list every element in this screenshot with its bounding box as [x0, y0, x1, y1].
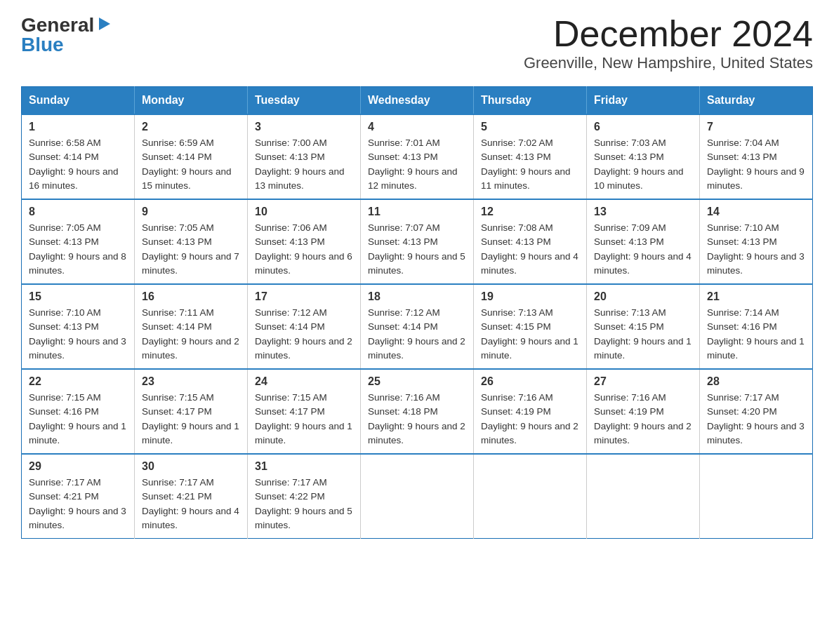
daylight-label: Daylight: 9 hours and 7 minutes.: [142, 251, 239, 276]
sunrise-label: Sunrise: 7:08 AM: [481, 222, 553, 233]
daylight-label: Daylight: 9 hours and 5 minutes.: [255, 506, 352, 530]
sunset-label: Sunset: 4:21 PM: [29, 491, 99, 502]
calendar-cell: 3 Sunrise: 7:00 AM Sunset: 4:13 PM Dayli…: [248, 114, 361, 199]
sunset-label: Sunset: 4:16 PM: [707, 321, 777, 332]
sunrise-label: Sunrise: 7:16 AM: [368, 392, 440, 403]
sunrise-label: Sunrise: 7:03 AM: [594, 137, 666, 148]
daylight-label: Daylight: 9 hours and 2 minutes.: [142, 336, 239, 361]
weekday-header-monday: Monday: [135, 87, 248, 115]
day-info: Sunrise: 7:16 AM Sunset: 4:19 PM Dayligh…: [594, 391, 692, 448]
sunset-label: Sunset: 4:13 PM: [29, 321, 99, 332]
sunrise-label: Sunrise: 7:17 AM: [255, 477, 327, 488]
calendar-cell: [700, 454, 813, 539]
sunset-label: Sunset: 4:20 PM: [707, 406, 777, 417]
day-info: Sunrise: 7:06 AM Sunset: 4:13 PM Dayligh…: [255, 221, 353, 278]
daylight-label: Daylight: 9 hours and 2 minutes.: [368, 336, 465, 361]
day-number: 21: [707, 290, 805, 303]
day-info: Sunrise: 7:07 AM Sunset: 4:13 PM Dayligh…: [368, 221, 466, 278]
sunset-label: Sunset: 4:13 PM: [707, 236, 777, 247]
day-info: Sunrise: 7:13 AM Sunset: 4:15 PM Dayligh…: [594, 306, 692, 363]
calendar-cell: 5 Sunrise: 7:02 AM Sunset: 4:13 PM Dayli…: [474, 114, 587, 199]
calendar-week-row: 15 Sunrise: 7:10 AM Sunset: 4:13 PM Dayl…: [22, 284, 813, 369]
calendar-cell: [361, 454, 474, 539]
calendar-cell: 7 Sunrise: 7:04 AM Sunset: 4:13 PM Dayli…: [700, 114, 813, 199]
sunset-label: Sunset: 4:13 PM: [255, 236, 325, 247]
sunset-label: Sunset: 4:13 PM: [481, 152, 551, 162]
day-info: Sunrise: 7:01 AM Sunset: 4:13 PM Dayligh…: [368, 136, 466, 193]
calendar-cell: 30 Sunrise: 7:17 AM Sunset: 4:21 PM Dayl…: [135, 454, 248, 539]
day-info: Sunrise: 7:12 AM Sunset: 4:14 PM Dayligh…: [368, 306, 466, 363]
day-info: Sunrise: 7:17 AM Sunset: 4:21 PM Dayligh…: [29, 476, 127, 532]
day-number: 7: [707, 121, 805, 133]
sunrise-label: Sunrise: 7:16 AM: [594, 392, 666, 403]
calendar-header: SundayMondayTuesdayWednesdayThursdayFrid…: [22, 87, 813, 115]
daylight-label: Daylight: 9 hours and 4 minutes.: [481, 251, 578, 276]
sunrise-label: Sunrise: 7:14 AM: [707, 307, 779, 318]
sunset-label: Sunset: 4:14 PM: [29, 152, 99, 162]
logo-blue: Blue: [21, 34, 64, 55]
calendar-cell: 6 Sunrise: 7:03 AM Sunset: 4:13 PM Dayli…: [587, 114, 700, 199]
day-number: 26: [481, 375, 579, 388]
sunset-label: Sunset: 4:16 PM: [29, 406, 99, 417]
sunset-label: Sunset: 4:21 PM: [142, 491, 212, 502]
calendar-table: SundayMondayTuesdayWednesdayThursdayFrid…: [21, 86, 813, 539]
day-number: 18: [368, 290, 466, 303]
day-number: 31: [255, 460, 353, 473]
calendar-cell: [474, 454, 587, 539]
daylight-label: Daylight: 9 hours and 4 minutes.: [594, 251, 691, 276]
sunrise-label: Sunrise: 7:17 AM: [29, 477, 101, 488]
calendar-cell: 19 Sunrise: 7:13 AM Sunset: 4:15 PM Dayl…: [474, 284, 587, 369]
daylight-label: Daylight: 9 hours and 2 minutes.: [481, 421, 578, 445]
day-info: Sunrise: 7:15 AM Sunset: 4:17 PM Dayligh…: [255, 391, 353, 448]
day-number: 25: [368, 375, 466, 388]
sunrise-label: Sunrise: 7:05 AM: [142, 222, 214, 233]
day-number: 2: [142, 121, 240, 133]
day-info: Sunrise: 7:14 AM Sunset: 4:16 PM Dayligh…: [707, 306, 805, 363]
day-number: 14: [707, 206, 805, 218]
calendar-cell: 12 Sunrise: 7:08 AM Sunset: 4:13 PM Dayl…: [474, 199, 587, 284]
day-info: Sunrise: 7:08 AM Sunset: 4:13 PM Dayligh…: [481, 221, 579, 278]
daylight-label: Daylight: 9 hours and 9 minutes.: [707, 166, 805, 191]
calendar-cell: 28 Sunrise: 7:17 AM Sunset: 4:20 PM Dayl…: [700, 369, 813, 454]
calendar-week-row: 1 Sunrise: 6:58 AM Sunset: 4:14 PM Dayli…: [22, 114, 813, 199]
day-info: Sunrise: 7:13 AM Sunset: 4:15 PM Dayligh…: [481, 306, 579, 363]
day-number: 23: [142, 375, 240, 388]
day-number: 1: [29, 121, 127, 133]
daylight-label: Daylight: 9 hours and 3 minutes.: [707, 251, 805, 276]
sunrise-label: Sunrise: 7:06 AM: [255, 222, 327, 233]
daylight-label: Daylight: 9 hours and 13 minutes.: [255, 166, 345, 191]
day-info: Sunrise: 6:59 AM Sunset: 4:14 PM Dayligh…: [142, 136, 240, 193]
day-info: Sunrise: 6:58 AM Sunset: 4:14 PM Dayligh…: [29, 136, 127, 193]
day-number: 15: [29, 290, 127, 303]
sunset-label: Sunset: 4:15 PM: [594, 321, 664, 332]
sunrise-label: Sunrise: 6:58 AM: [29, 137, 101, 148]
weekday-header-tuesday: Tuesday: [248, 87, 361, 115]
sunset-label: Sunset: 4:14 PM: [255, 321, 325, 332]
daylight-label: Daylight: 9 hours and 3 minutes.: [707, 421, 805, 445]
daylight-label: Daylight: 9 hours and 11 minutes.: [481, 166, 571, 191]
calendar-cell: 18 Sunrise: 7:12 AM Sunset: 4:14 PM Dayl…: [361, 284, 474, 369]
sunset-label: Sunset: 4:13 PM: [368, 152, 438, 162]
sunset-label: Sunset: 4:18 PM: [368, 406, 438, 417]
calendar-cell: [587, 454, 700, 539]
calendar-cell: 10 Sunrise: 7:06 AM Sunset: 4:13 PM Dayl…: [248, 199, 361, 284]
sunset-label: Sunset: 4:17 PM: [255, 406, 325, 417]
sunset-label: Sunset: 4:13 PM: [594, 236, 664, 247]
sunset-label: Sunset: 4:13 PM: [29, 236, 99, 247]
day-number: 28: [707, 375, 805, 388]
calendar-cell: 11 Sunrise: 7:07 AM Sunset: 4:13 PM Dayl…: [361, 199, 474, 284]
calendar-cell: 16 Sunrise: 7:11 AM Sunset: 4:14 PM Dayl…: [135, 284, 248, 369]
daylight-label: Daylight: 9 hours and 3 minutes.: [29, 336, 126, 361]
sunrise-label: Sunrise: 7:13 AM: [481, 307, 553, 318]
day-info: Sunrise: 7:03 AM Sunset: 4:13 PM Dayligh…: [594, 136, 692, 193]
day-number: 20: [594, 290, 692, 303]
sunset-label: Sunset: 4:13 PM: [594, 152, 664, 162]
sunrise-label: Sunrise: 7:17 AM: [707, 392, 779, 403]
day-info: Sunrise: 7:05 AM Sunset: 4:13 PM Dayligh…: [142, 221, 240, 278]
calendar-cell: 26 Sunrise: 7:16 AM Sunset: 4:19 PM Dayl…: [474, 369, 587, 454]
logo-arrow-icon: [96, 16, 112, 34]
sunrise-label: Sunrise: 7:09 AM: [594, 222, 666, 233]
weekday-header-row: SundayMondayTuesdayWednesdayThursdayFrid…: [22, 87, 813, 115]
sunrise-label: Sunrise: 7:04 AM: [707, 137, 779, 148]
sunset-label: Sunset: 4:19 PM: [481, 406, 551, 417]
